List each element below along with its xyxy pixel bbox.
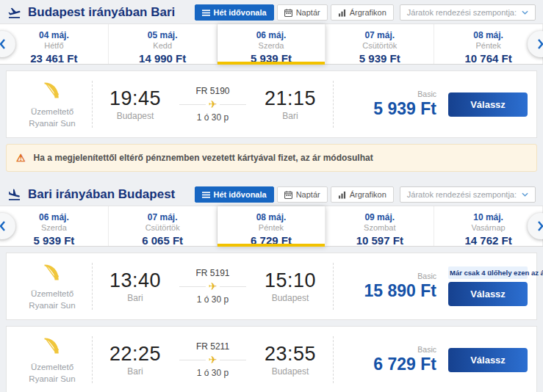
- price-graph-button[interactable]: Árgrafikon: [331, 186, 394, 203]
- divider: [92, 263, 93, 310]
- select-button[interactable]: Válassz: [448, 282, 528, 306]
- select-button[interactable]: Válassz: [448, 348, 528, 372]
- departure-time: 22:25: [96, 343, 175, 366]
- date-cell-selected[interactable]: 08 máj. Péntek 6 729 Ft: [217, 206, 326, 246]
- price-graph-label: Árgrafikon: [350, 8, 386, 17]
- arrival: 23:55 Budapest: [251, 343, 330, 377]
- date-cell[interactable]: 07 máj. Csütörtök 6 065 Ft: [109, 206, 217, 246]
- chevron-down-icon: [522, 192, 528, 197]
- date-cell-selected[interactable]: 06 máj. Szerda 5 939 Ft: [217, 24, 326, 64]
- departure-city: Bari: [96, 293, 175, 303]
- chevron-right-icon: [537, 220, 543, 232]
- calendar-button[interactable]: Naptár: [277, 186, 328, 203]
- plane-icon: ✈: [206, 98, 220, 110]
- inbound-title-wrap: Bari irányában Budapest: [7, 187, 175, 202]
- divider: [333, 336, 334, 383]
- date-price: 6 729 Ft: [217, 234, 326, 247]
- flight-card: Üzemeltető Ryanair Sun 19:45 Budapest FR…: [6, 70, 537, 138]
- price-block: Basic 5 939 Ft: [337, 90, 448, 119]
- calendar-label: Naptár: [296, 190, 320, 199]
- arrival: 21:15 Bari: [251, 87, 330, 121]
- date-label: 05 máj.: [109, 30, 217, 40]
- inbound-date-strip: 06 máj. Szerda 5 939 Ft 07 máj. Csütörtö…: [0, 206, 543, 247]
- date-price: 10 764 Ft: [434, 52, 542, 65]
- day-label: Kedd: [109, 41, 217, 50]
- bar-chart-icon: [338, 191, 346, 199]
- select-block: Már csak 4 ülőhely ezen az áron Válassz: [448, 266, 528, 306]
- arrival-time: 21:15: [251, 87, 330, 110]
- plane-icon: ✈: [206, 280, 220, 292]
- fare-class: Basic: [337, 272, 436, 280]
- sort-dropdown-label: Járatok rendezési szempontja:: [407, 8, 517, 17]
- date-label: 08 máj.: [434, 30, 542, 40]
- arrival-city: Budapest: [251, 293, 330, 303]
- seats-left-badge: Már csak 4 ülőhely ezen az áron: [448, 266, 528, 279]
- select-button[interactable]: Válassz: [448, 92, 528, 117]
- week-timeline-button[interactable]: Hét idővonala: [195, 186, 274, 203]
- list-icon: [202, 9, 210, 17]
- sort-dropdown[interactable]: Járatok rendezési szempontja:: [400, 4, 536, 21]
- date-label: 07 máj.: [109, 212, 217, 222]
- arrival: 15:10 Budapest: [251, 269, 330, 303]
- operator-label: Üzemeltető: [15, 106, 89, 118]
- date-price: 5 939 Ft: [0, 234, 108, 247]
- date-cell[interactable]: 10 máj. Vasárnap 14 762 Ft: [434, 206, 543, 246]
- divider: [333, 263, 334, 310]
- sort-dropdown[interactable]: Járatok rendezési szempontja:: [400, 186, 536, 203]
- ryanair-logo-icon: [42, 261, 62, 283]
- ryanair-logo-icon: [42, 335, 62, 357]
- date-label: 10 máj.: [434, 212, 542, 222]
- divider: [333, 81, 334, 128]
- date-price: 6 065 Ft: [109, 234, 217, 247]
- route-line-right: [220, 104, 246, 105]
- date-cell[interactable]: 07 máj. Csütörtök 5 939 Ft: [326, 24, 434, 64]
- week-timeline-label: Hét idővonala: [214, 190, 267, 199]
- route-line: ✈: [179, 354, 246, 366]
- departure: 19:45 Budapest: [96, 87, 175, 121]
- date-label: 07 máj.: [326, 30, 434, 40]
- fare-class: Basic: [337, 345, 436, 354]
- flight-card: Üzemeltető Ryanair Sun 13:40 Bari FR 519…: [6, 253, 537, 320]
- list-icon: [202, 191, 210, 199]
- divider: [92, 81, 93, 128]
- date-label: 08 máj.: [217, 212, 326, 222]
- chevron-right-icon: [537, 38, 543, 50]
- flight-number: FR 5190: [179, 86, 246, 96]
- date-price: 10 597 Ft: [326, 234, 434, 247]
- arrival-time: 23:55: [251, 343, 330, 366]
- flight-duration: 1 ó 30 p: [179, 368, 246, 378]
- date-cell[interactable]: 06 máj. Szerda 5 939 Ft: [0, 206, 109, 246]
- sort-dropdown-label: Járatok rendezési szempontja:: [407, 190, 517, 199]
- warning-text: Ha a megjelenítettől eltérő pénznemben v…: [34, 153, 373, 163]
- fare-class: Basic: [337, 90, 436, 98]
- price-graph-button[interactable]: Árgrafikon: [331, 4, 394, 21]
- inbound-header: Bari irányában Budapest Hét idővonala Na…: [0, 182, 543, 206]
- flight-price: 5 939 Ft: [337, 99, 436, 119]
- chevron-down-icon: [522, 10, 528, 15]
- date-cell[interactable]: 05 máj. Kedd 14 990 Ft: [109, 24, 217, 64]
- outbound-title: Budapest irányában Bari: [28, 5, 175, 20]
- outbound-title-wrap: Budapest irányában Bari: [7, 5, 175, 20]
- flight-price: 6 729 Ft: [337, 355, 436, 374]
- section-outbound: Budapest irányában Bari Hét idővonala Na…: [0, 0, 543, 172]
- price-block: Basic 15 890 Ft: [337, 272, 448, 301]
- date-price: 5 939 Ft: [326, 52, 434, 65]
- date-cell[interactable]: 04 máj. Hétfő 23 461 Ft: [0, 24, 109, 64]
- price-graph-label: Árgrafikon: [350, 190, 386, 199]
- date-label: 06 máj.: [0, 212, 108, 222]
- date-label: 04 máj.: [0, 30, 108, 40]
- departure-city: Budapest: [96, 111, 175, 121]
- calendar-icon: [284, 191, 292, 199]
- day-label: Péntek: [217, 223, 326, 232]
- date-cell[interactable]: 08 máj. Péntek 10 764 Ft: [434, 24, 543, 64]
- calendar-button[interactable]: Naptár: [277, 4, 328, 21]
- week-timeline-button[interactable]: Hét idővonala: [195, 4, 274, 21]
- route-line: ✈: [179, 98, 246, 110]
- select-block: Válassz: [448, 92, 528, 117]
- route: FR 5191 ✈ 1 ó 30 p: [175, 268, 251, 305]
- route-line-right: [220, 360, 246, 360]
- day-label: Péntek: [434, 41, 542, 50]
- plane-icon: ✈: [206, 354, 220, 366]
- date-cell[interactable]: 09 máj. Szombat 10 597 Ft: [326, 206, 434, 246]
- day-label: Csütörtök: [109, 223, 217, 232]
